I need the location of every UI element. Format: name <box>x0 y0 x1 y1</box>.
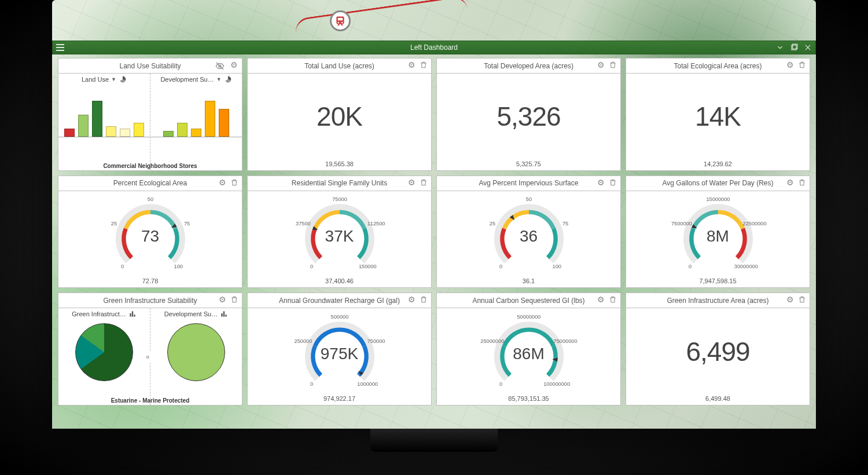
right-chart-label: Development Su… <box>164 310 218 317</box>
gauge-residential-units: 03750075000112500150000 37K <box>282 199 398 269</box>
right-chart-selector[interactable]: Development Su… <box>150 308 242 320</box>
panel-title: Annual Groundwater Recharge GI (gal) <box>279 297 400 305</box>
gi-pie-chart <box>75 323 133 381</box>
svg-text:50: 50 <box>147 196 153 202</box>
bar-chart-icon[interactable] <box>220 310 228 318</box>
svg-rect-32 <box>134 315 135 317</box>
metric-raw: 37,400.46 <box>248 277 431 287</box>
delete-icon[interactable] <box>798 295 806 304</box>
panel-title: Annual Carbon Sequestered GI (lbs) <box>472 297 584 305</box>
maximize-icon[interactable] <box>790 43 798 52</box>
settings-icon[interactable]: ⚙ <box>230 61 238 69</box>
metric-raw: 85,793,151.35 <box>437 394 620 405</box>
settings-icon[interactable]: ⚙ <box>786 178 795 187</box>
svg-text:25: 25 <box>111 221 116 226</box>
svg-text:75: 75 <box>562 221 568 226</box>
dashboard-grid: Land Use Suitability ⚙ Land Use ▼ <box>58 58 810 405</box>
panel-title: Total Developed Area (acres) <box>484 62 573 70</box>
panel-gi-area: Green Infrastructure Area (acres) ⚙ 6,49… <box>626 293 810 405</box>
svg-text:500000: 500000 <box>330 313 348 319</box>
settings-icon[interactable]: ⚙ <box>786 295 795 304</box>
metric-value: 20K <box>317 101 362 132</box>
metric-value: 5,326 <box>496 101 560 132</box>
left-chart-selector[interactable]: Land Use ▼ <box>58 74 150 85</box>
settings-icon[interactable]: ⚙ <box>786 61 795 69</box>
panel-groundwater: Annual Groundwater Recharge GI (gal) ⚙ 0… <box>247 293 432 405</box>
panel-title: Residential Single Family Units <box>292 179 387 187</box>
svg-text:22500000: 22500000 <box>742 221 766 226</box>
delete-icon[interactable] <box>609 178 617 187</box>
chevron-down-icon: ▼ <box>111 76 116 82</box>
metric-value: 14K <box>695 101 741 132</box>
metric-raw: 19,565.38 <box>248 160 431 170</box>
settings-icon[interactable]: ⚙ <box>219 295 227 304</box>
svg-rect-31 <box>132 312 133 317</box>
svg-text:30000000: 30000000 <box>734 264 757 269</box>
delete-icon[interactable] <box>798 178 806 187</box>
pie-chart-icon[interactable] <box>119 75 127 83</box>
svg-text:50000000: 50000000 <box>517 313 540 319</box>
collapse-icon[interactable] <box>776 43 784 52</box>
delete-icon[interactable] <box>230 178 238 187</box>
svg-text:50: 50 <box>525 196 531 202</box>
svg-text:25: 25 <box>489 221 495 226</box>
collapse-left-icon[interactable]: « <box>145 352 151 362</box>
left-chart-selector[interactable]: Green Infrastruct… <box>58 308 150 320</box>
delete-icon[interactable] <box>420 61 428 69</box>
panel-total-land-use: Total Land Use (acres) ⚙ 20K 19,565.38 <box>247 58 432 171</box>
settings-icon[interactable]: ⚙ <box>408 295 416 304</box>
settings-icon[interactable]: ⚙ <box>597 295 605 304</box>
delete-icon[interactable] <box>230 295 238 304</box>
panel-carbon: Annual Carbon Sequestered GI (lbs) ⚙ 025… <box>436 293 621 405</box>
svg-text:1000000: 1000000 <box>357 381 378 387</box>
delete-icon[interactable] <box>420 178 428 187</box>
settings-icon[interactable]: ⚙ <box>219 178 227 187</box>
gauge-water-per-day: 07500000150000002250000030000000 8M <box>660 199 776 269</box>
panel-land-use-suitability: Land Use Suitability ⚙ Land Use ▼ <box>58 58 242 171</box>
metric-raw: 7,947,598.15 <box>626 277 810 287</box>
panel-title: Avg Percent Impervious Surface <box>479 179 579 187</box>
svg-rect-34 <box>223 312 225 317</box>
svg-text:100: 100 <box>552 264 561 269</box>
transit-marker-icon[interactable] <box>330 10 351 31</box>
pie-chart-icon[interactable] <box>224 75 232 83</box>
panel-total-ecological: Total Ecological Area (acres) ⚙ 14K 14,2… <box>626 58 810 171</box>
panel-impervious: Avg Percent Impervious Surface ⚙ 0255075… <box>436 176 621 288</box>
settings-icon[interactable]: ⚙ <box>408 178 416 187</box>
gauge-impervious: 0255075100 36 <box>471 199 587 269</box>
svg-text:112500: 112500 <box>367 221 385 226</box>
svg-text:75000000: 75000000 <box>553 338 577 344</box>
panel-gi-suitability: Green Infrastructure Suitability ⚙ Green… <box>58 293 242 405</box>
delete-icon[interactable] <box>609 61 617 69</box>
metric-raw: 974,922.17 <box>248 394 431 405</box>
dev-suit-bar-chart <box>163 87 229 137</box>
close-icon[interactable] <box>804 43 812 52</box>
bar-chart-icon[interactable] <box>128 310 137 318</box>
metric-raw: 5,325.75 <box>437 160 620 170</box>
svg-text:15000000: 15000000 <box>706 196 730 202</box>
metric-raw: 36.1 <box>437 277 620 287</box>
svg-rect-30 <box>130 313 131 317</box>
delete-icon[interactable] <box>609 295 617 304</box>
menu-icon[interactable] <box>56 44 64 51</box>
land-use-bar-chart <box>64 87 144 137</box>
metric-raw: 14,239.62 <box>626 160 810 170</box>
settings-icon[interactable]: ⚙ <box>408 61 416 69</box>
gauge-groundwater: 02500005000007500001000000 975K <box>282 317 398 386</box>
visibility-off-icon[interactable] <box>215 61 225 71</box>
right-chart-selector[interactable]: Development Su… ▼ <box>150 74 242 85</box>
settings-icon[interactable]: ⚙ <box>597 178 605 187</box>
gauge-value: 37K <box>282 227 398 246</box>
delete-icon[interactable] <box>420 295 428 304</box>
svg-text:0: 0 <box>310 381 313 387</box>
svg-text:7500000: 7500000 <box>671 221 692 226</box>
svg-text:100: 100 <box>174 264 182 269</box>
gauge-value: 36 <box>471 227 587 246</box>
settings-icon[interactable]: ⚙ <box>597 61 605 69</box>
svg-text:0: 0 <box>689 264 692 269</box>
svg-text:75000: 75000 <box>332 196 347 202</box>
delete-icon[interactable] <box>798 61 806 69</box>
panel-title: Avg Gallons of Water Per Day (Res) <box>662 179 773 187</box>
svg-text:0: 0 <box>121 264 124 269</box>
dashboard-title-bar: Left Dashboard <box>52 41 816 54</box>
